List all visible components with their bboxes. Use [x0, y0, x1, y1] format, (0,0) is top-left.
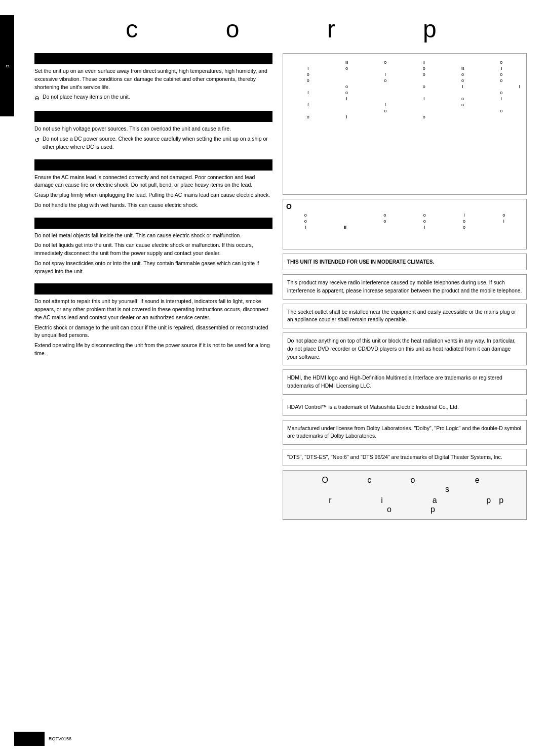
section-objects: Do not let metal objects fall inside the… [34, 218, 272, 276]
cd-r3c5: o [444, 72, 481, 77]
bd-r1c3: o [366, 213, 404, 218]
bd-r2c5: o [445, 219, 483, 224]
section-service-header [34, 283, 272, 295]
cd-r8c6 [483, 102, 520, 107]
section-objects-header [34, 218, 272, 229]
cd-r3c4: o [405, 72, 443, 77]
socket-outlet-box: The socket outlet shall be installed nea… [283, 304, 527, 329]
cd-r4c2 [328, 78, 365, 83]
service-text-3: Extend operating life by disconnecting t… [34, 342, 272, 358]
footer-black-box [14, 732, 45, 746]
cd-r2c6: I [483, 66, 520, 71]
cd-r8c3: I [367, 102, 404, 107]
cd-r5c3 [367, 84, 404, 89]
cd-r8c4 [405, 102, 443, 107]
control-grid: II o I o I o o II I o I o o o [287, 58, 522, 121]
bd-r2c6: I [485, 219, 523, 224]
section-objects-content: Do not let metal objects fall inside the… [34, 232, 272, 276]
bd-r1c2 [326, 213, 364, 218]
cd-r2c5: II [444, 66, 481, 71]
cd-r3c2 [328, 72, 365, 77]
cd-r3c1: o [289, 72, 327, 77]
cd-r10c4: o [405, 114, 443, 119]
cd-r4c6: o [483, 78, 520, 83]
cd-r7c3 [367, 96, 404, 101]
cd-r7c6: I [483, 96, 520, 101]
mains-text-1: Ensure the AC mains lead is connected co… [34, 174, 272, 190]
footer-row2: r i a pp o p [288, 496, 521, 514]
bd-r3c4: I [405, 225, 444, 230]
hdavi-trademark-box: HDAVI Control™ is a trademark of Matsush… [283, 399, 527, 416]
cd-r4c5: o [444, 78, 481, 83]
hdmi-trademark-box: HDMI, the HDMI logo and High-Definition … [283, 369, 527, 395]
service-text-2: Electric shock or damage to the unit can… [34, 324, 272, 340]
placement-bullet: ⊖ Do not place heavy items on the unit. [34, 93, 272, 103]
footer-code: RQTV0156 [49, 736, 71, 741]
cd-r10c6 [483, 114, 520, 119]
heat-radiation-box: Do not place anything on top of this uni… [283, 332, 527, 365]
cd-r9c3: o [367, 108, 404, 113]
cd-r4c3: o [367, 78, 404, 83]
side-tab: p [0, 15, 14, 116]
cd-r3c6: o [483, 72, 520, 77]
right-column: II o I o I o o II I o I o o o [283, 53, 527, 520]
bd-r1c5: I [445, 213, 483, 218]
cd-r10c5 [444, 114, 481, 119]
cd-r5c6: I [483, 84, 520, 89]
cd-r6c1: I [289, 90, 327, 95]
placement-text-1: Set the unit up on an even surface away … [34, 67, 272, 91]
section-power-header [34, 111, 272, 122]
placement-text-2: Do not place heavy items on the unit. [43, 93, 130, 101]
cd-r2c1: I [289, 66, 327, 71]
mains-text-3: Do not handle the plug with wet hands. T… [34, 201, 272, 209]
section-service-content: Do not attempt to repair this unit by yo… [34, 298, 272, 357]
cd-r9c6: o [483, 108, 520, 113]
cd-r8c5: o [444, 102, 481, 107]
radio-interference-text: This product may receive radio interfere… [287, 279, 522, 295]
cd-r2c3 [367, 66, 404, 71]
cd-r5c2: o [328, 84, 365, 89]
bottom-diagram: O o o o I o o o o o I I II [283, 199, 527, 249]
cd-r10c2: I [328, 114, 365, 119]
section-placement: Set the unit up on an even surface away … [34, 53, 272, 103]
cd-r8c2 [328, 102, 365, 107]
bd-r3c3 [366, 225, 404, 230]
cd-r6c2: o [328, 90, 365, 95]
cd-r10c3 [367, 114, 404, 119]
section-mains: Ensure the AC mains lead is connected co… [34, 159, 272, 209]
power-text-1: Do not use high voltage power sources. T… [34, 125, 272, 133]
dolby-trademark-box: Manufactured under license from Dolby La… [283, 420, 527, 445]
dts-trademark-box: "DTS", "DTS-ES", "Neo:6" and "DTS 96/24"… [283, 449, 527, 466]
section-power-content: Do not use high voltage power sources. T… [34, 125, 272, 151]
cd-r5c4: o [405, 84, 443, 89]
cd-r8c1: I [289, 102, 327, 107]
cd-r2c2: o [328, 66, 365, 71]
mains-text-2: Grasp the plug firmly when unplugging th… [34, 191, 272, 199]
bullet-symbol-2: ↺ [34, 136, 40, 145]
cd-r6c3 [367, 90, 404, 95]
cd-r7c4: I [405, 96, 443, 101]
cd-r7c5: o [444, 96, 481, 101]
cd-r1c3: o [367, 60, 404, 65]
dts-trademark-text: "DTS", "DTS-ES", "Neo:6" and "DTS 96/24"… [287, 453, 522, 461]
footer-table: O c o e s r i a pp o p [283, 470, 527, 520]
bd-r2c1: o [286, 219, 325, 224]
climate-notice-box: THIS UNIT IS INTENDED FOR USE IN MODERAT… [283, 254, 527, 270]
cd-r1c4: I [405, 60, 443, 65]
bd-r1c4: o [405, 213, 444, 218]
hdmi-trademark-text: HDMI, the HDMI logo and High-Definition … [287, 374, 522, 390]
bullet-symbol-1: ⊖ [34, 94, 40, 103]
bottom-diagram-label: O [286, 202, 523, 211]
cd-r1c2: II [328, 60, 365, 65]
cd-r9c1 [289, 108, 327, 113]
section-mains-header [34, 159, 272, 171]
cd-r6c4 [405, 90, 443, 95]
bd-r3c2: II [326, 225, 364, 230]
radio-interference-box: This product may receive radio interfere… [283, 274, 527, 300]
bottom-grid: o o o I o o o o o I I II I o [286, 213, 523, 230]
bd-r3c6 [485, 225, 523, 230]
bd-r2c4: o [405, 219, 444, 224]
dolby-trademark-text: Manufactured under license from Dolby La… [287, 425, 522, 441]
climate-notice-text: THIS UNIT IS INTENDED FOR USE IN MODERAT… [287, 258, 522, 266]
cd-r3c3: I [367, 72, 404, 77]
